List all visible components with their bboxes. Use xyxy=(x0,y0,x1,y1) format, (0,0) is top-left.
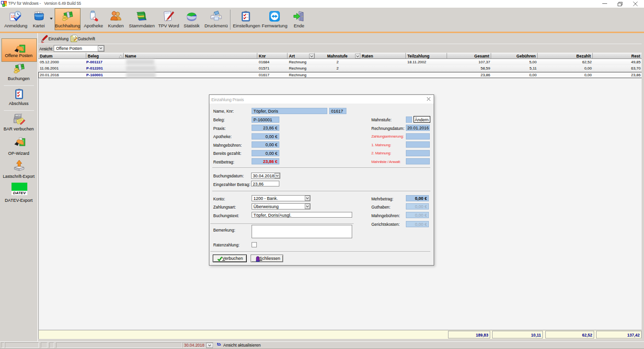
svg-text:12: 12 xyxy=(11,15,15,18)
